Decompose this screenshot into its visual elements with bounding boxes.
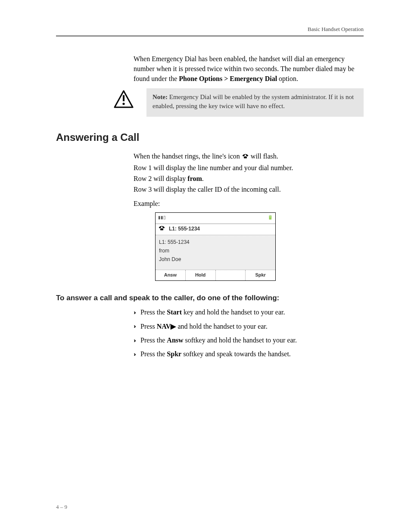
softkey-hold: Hold: [186, 270, 216, 280]
menu-path: Phone Options > Emergency Dial: [179, 75, 277, 82]
intro-text-c: option.: [277, 75, 298, 82]
step-1: ›› Press the Start key and hold the hand…: [134, 308, 364, 316]
s3c: softkey and hold the handset to your ear…: [184, 336, 297, 344]
chevron-right-icon: ››: [134, 350, 134, 358]
ring-l1a: When the handset rings, the line's icon: [134, 152, 242, 160]
s4-key: Spkr: [167, 350, 181, 358]
phone-line-icon: [242, 152, 249, 162]
ring-l3a: Row 2 will display: [134, 175, 187, 182]
s4a: Press the: [140, 350, 167, 358]
softkey-answ: Answ: [156, 270, 186, 280]
emergency-dial-paragraph: When Emergency Dial has been enabled, th…: [134, 54, 364, 84]
sub-heading-answer-steps: To answer a call and speak to the caller…: [56, 294, 364, 302]
s1-key: Start: [167, 308, 182, 316]
line-strip: L1: 555-1234: [156, 224, 275, 235]
note-box: Note: Emergency Dial will be enabled by …: [146, 88, 364, 117]
softkey-blank: [216, 270, 246, 280]
example-label: Example:: [134, 199, 364, 208]
svg-rect-4: [160, 228, 163, 230]
lcd-area: L1: 555-1234 from John Doe: [156, 235, 275, 270]
chevron-right-icon: ››: [134, 322, 134, 330]
lcd-row-3: John Doe: [159, 255, 272, 264]
step-2: ›› Press NAV▶ and hold the handset to yo…: [134, 322, 364, 330]
step-4: ›› Press the Spkr softkey and speak towa…: [134, 350, 364, 358]
lcd-row-1: L1: 555-1234: [159, 238, 272, 246]
chevron-right-icon: ››: [134, 308, 134, 316]
running-header: Basic Handset Operation: [56, 26, 364, 33]
ring-line-1: When the handset rings, the line's icon …: [134, 151, 364, 162]
chevron-right-icon: ››: [134, 336, 134, 344]
s2a: Press: [140, 323, 157, 330]
ring-line-2: Row 1 will display the line number and y…: [134, 163, 364, 173]
s1c: key and hold the handset to your ear.: [182, 308, 285, 316]
s2c: and hold the handset to your ear.: [176, 323, 267, 330]
warning-triangle-icon: [114, 90, 134, 110]
s2-key: NAV▶: [157, 323, 176, 330]
ring-l1b: will flash.: [249, 152, 278, 160]
lcd-row-2: from: [159, 246, 272, 255]
ring-line-3: Row 2 will display from.: [134, 174, 364, 184]
battery-icon: 🔋: [268, 215, 273, 224]
softkey-row: Answ Hold Spkr: [156, 270, 275, 280]
status-bar: ▮▮▯ 🔋: [156, 213, 275, 224]
header-rule: [56, 35, 364, 37]
note-lead: Note:: [153, 93, 168, 100]
s4c: softkey and speak towards the handset.: [181, 350, 291, 358]
svg-rect-3: [244, 156, 247, 158]
svg-rect-1: [123, 95, 125, 101]
softkey-spkr: Spkr: [246, 270, 275, 280]
s3-key: Answ: [167, 336, 183, 344]
step-3: ›› Press the Answ softkey and hold the h…: [134, 336, 364, 344]
ring-line-4: Row 3 will display the caller ID of the …: [134, 184, 364, 194]
phone-line-icon: [158, 225, 165, 233]
ring-l3c: .: [202, 175, 204, 182]
note-body: Emergency Dial will be enabled by the sy…: [153, 93, 354, 109]
s3a: Press the: [140, 336, 167, 344]
section-heading-answering: Answering a Call: [56, 131, 364, 143]
line-label: L1: 555-1234: [169, 225, 200, 233]
page-number: 4 – 9: [56, 504, 67, 510]
ring-l3b: from: [187, 175, 202, 182]
handset-screen-mock: ▮▮▯ 🔋 L1: 555-1234 L1: 555-1234 from Joh…: [155, 212, 276, 281]
s1a: Press the: [140, 308, 167, 316]
svg-point-2: [122, 103, 125, 105]
signal-icon: ▮▮▯: [158, 215, 166, 224]
